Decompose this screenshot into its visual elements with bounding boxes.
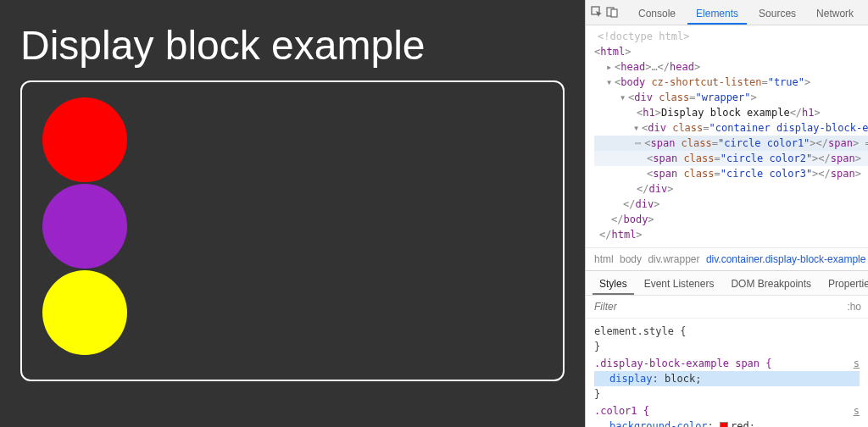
styles-subtabs: Styles Event Listeners DOM Breakpoints P… xyxy=(586,271,868,296)
dom-div-wrapper-close[interactable]: </div> xyxy=(594,197,868,212)
dom-head[interactable]: ▸<head>…</head> xyxy=(594,59,868,75)
breadcrumb[interactable]: html body div.wrapper div.container.disp… xyxy=(586,247,868,271)
dom-html-open[interactable]: <html> xyxy=(594,44,868,59)
breadcrumb-item[interactable]: div.wrapper xyxy=(648,253,703,265)
rendered-page: Display block example xyxy=(0,0,585,427)
dom-body[interactable]: ▾<body cz-shortcut-listen="true"> xyxy=(594,75,868,90)
tab-network[interactable]: Network xyxy=(808,3,862,25)
dom-div-container[interactable]: ▾<div class="container display-block-exa… xyxy=(594,120,868,136)
breadcrumb-item[interactable]: body xyxy=(620,253,645,265)
tab-sources[interactable]: Sources xyxy=(750,3,804,25)
inspect-icon[interactable] xyxy=(591,6,603,20)
page-title: Display block example xyxy=(20,22,565,69)
styles-panel[interactable]: element.style { } s .display-block-examp… xyxy=(586,319,868,427)
dom-span2[interactable]: <span class="circle color2"></span> xyxy=(594,151,868,166)
filter-bar: :ho xyxy=(586,296,868,319)
devtools-tabbar: Console Elements Sources Network xyxy=(586,0,868,25)
dom-doctype[interactable]: <!doctype html> xyxy=(594,29,868,44)
breadcrumb-item[interactable]: div.container.display-block-example xyxy=(706,253,868,265)
rule-color1[interactable]: s .color1 { xyxy=(594,403,860,419)
svg-rect-2 xyxy=(611,9,617,17)
device-toggle-icon[interactable] xyxy=(606,6,618,20)
rule-element-style[interactable]: element.style { xyxy=(594,324,860,339)
dom-tree[interactable]: <!doctype html> <html> ▸<head>…</head> ▾… xyxy=(586,25,868,247)
circle-red xyxy=(42,97,127,182)
circle-purple xyxy=(42,184,127,269)
rule-display-block-span[interactable]: s .display-block-example span { xyxy=(594,356,860,371)
hov-toggle[interactable]: :ho xyxy=(842,301,861,313)
devtools-panel: Console Elements Sources Network <!docty… xyxy=(585,0,868,427)
subtab-event-listeners[interactable]: Event Listeners xyxy=(637,274,721,295)
color-swatch-icon[interactable] xyxy=(720,422,728,427)
tab-elements[interactable]: Elements xyxy=(687,3,747,25)
dom-div-container-close[interactable]: </div> xyxy=(594,181,868,197)
breadcrumb-item[interactable]: html xyxy=(594,253,617,265)
dom-html-close[interactable]: </html> xyxy=(594,227,868,242)
dom-span1-selected[interactable]: ⋯<span class="circle color1"></span> == … xyxy=(594,136,868,151)
dom-body-close[interactable]: </body> xyxy=(594,212,868,227)
subtab-dom-breakpoints[interactable]: DOM Breakpoints xyxy=(724,274,818,295)
subtab-styles[interactable]: Styles xyxy=(593,274,634,295)
circle-yellow xyxy=(42,270,127,355)
filter-input[interactable] xyxy=(593,297,842,316)
source-link[interactable]: s xyxy=(854,356,860,371)
dom-h1[interactable]: <h1>Display block example</h1> xyxy=(594,105,868,120)
dom-div-wrapper[interactable]: ▾<div class="wrapper"> xyxy=(594,90,868,105)
dom-span3[interactable]: <span class="circle color3"></span> xyxy=(594,166,868,181)
subtab-properties[interactable]: Properties xyxy=(821,274,868,295)
tab-console[interactable]: Console xyxy=(630,3,684,25)
source-link[interactable]: s xyxy=(854,403,860,419)
display-block-container xyxy=(20,80,565,381)
